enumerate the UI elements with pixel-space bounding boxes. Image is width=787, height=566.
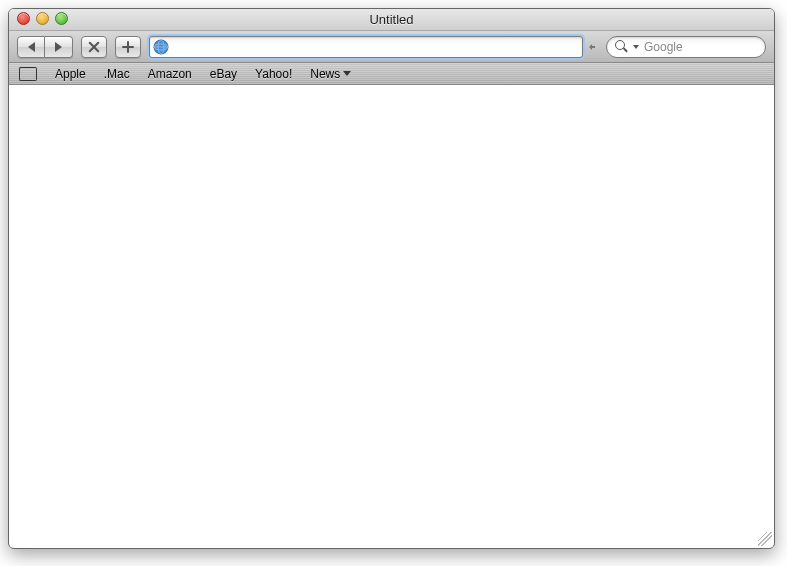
bookmark-item-apple[interactable]: Apple (55, 67, 86, 81)
resize-handle[interactable] (758, 532, 772, 546)
arrow-left-icon (28, 42, 35, 52)
toolbar (9, 31, 774, 63)
browser-window: Untitled (8, 8, 775, 549)
bookmark-label: Amazon (148, 67, 192, 81)
search-input[interactable] (644, 40, 775, 54)
stop-button[interactable] (81, 36, 107, 58)
bookmarks-icon[interactable] (19, 67, 37, 81)
content-area (10, 86, 773, 547)
bookmark-item-amazon[interactable]: Amazon (148, 67, 192, 81)
snapback-button[interactable] (586, 36, 598, 58)
globe-icon (153, 39, 169, 55)
arrow-right-icon (55, 42, 62, 52)
snapback-icon (588, 43, 596, 51)
address-bar-wrap (149, 36, 598, 58)
search-field[interactable] (606, 36, 766, 58)
bookmark-item-mac[interactable]: .Mac (104, 67, 130, 81)
minimize-button[interactable] (36, 12, 49, 25)
add-bookmark-button[interactable] (115, 36, 141, 58)
back-button[interactable] (17, 36, 45, 58)
close-button[interactable] (17, 12, 30, 25)
bookmark-label: eBay (210, 67, 237, 81)
chevron-down-icon (633, 45, 639, 49)
bookmark-folder-news[interactable]: News (310, 67, 351, 81)
chevron-down-icon (343, 71, 351, 76)
plus-icon (122, 41, 134, 53)
titlebar[interactable]: Untitled (9, 9, 774, 31)
back-forward-group (17, 36, 73, 58)
forward-button[interactable] (45, 36, 73, 58)
address-input[interactable] (169, 40, 579, 54)
bookmark-item-ebay[interactable]: eBay (210, 67, 237, 81)
traffic-lights (17, 12, 68, 25)
bookmarks-bar: Apple .Mac Amazon eBay Yahoo! News (9, 63, 774, 85)
bookmark-label: .Mac (104, 67, 130, 81)
bookmark-label: Yahoo! (255, 67, 292, 81)
zoom-button[interactable] (55, 12, 68, 25)
bookmark-item-yahoo[interactable]: Yahoo! (255, 67, 292, 81)
window-title: Untitled (369, 12, 413, 27)
bookmark-label: News (310, 67, 340, 81)
bookmark-label: Apple (55, 67, 86, 81)
search-icon (615, 40, 628, 53)
address-bar[interactable] (149, 36, 583, 58)
x-icon (88, 41, 100, 53)
